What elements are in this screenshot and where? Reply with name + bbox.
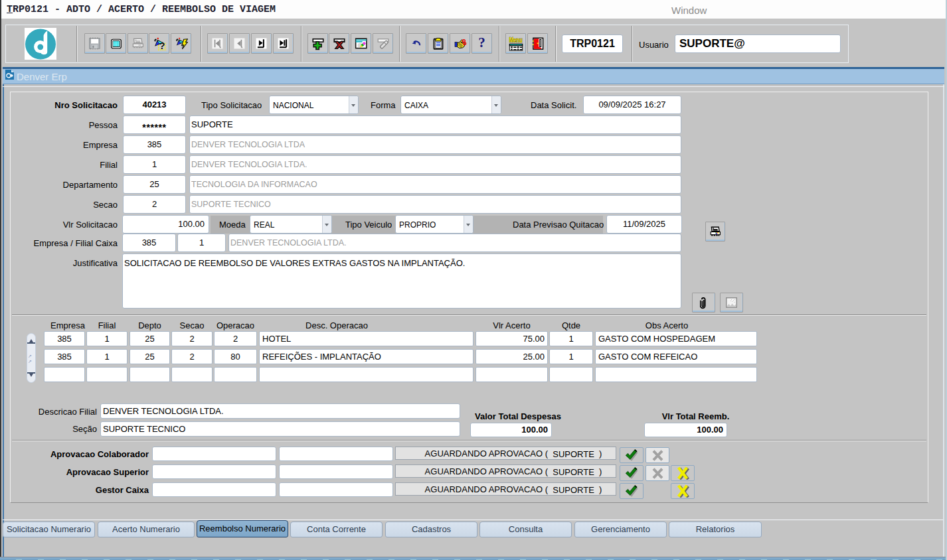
svg-text:Menu: Menu bbox=[509, 36, 522, 44]
